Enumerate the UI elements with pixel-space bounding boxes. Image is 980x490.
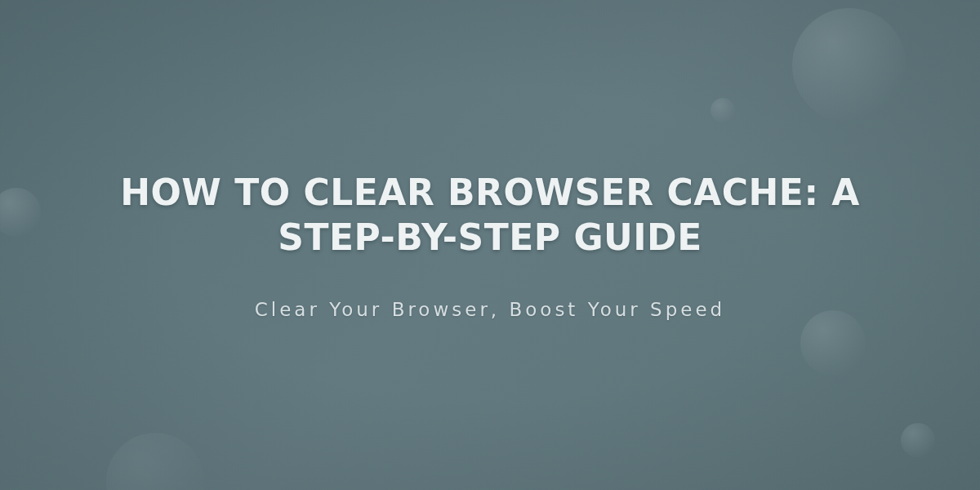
- decorative-bubble: [800, 310, 866, 376]
- page-subtitle: Clear Your Browser, Boost Your Speed: [255, 299, 725, 320]
- decorative-bubble: [901, 423, 935, 457]
- page-title: HOW TO CLEAR BROWSER CACHE: A STEP-BY-ST…: [98, 170, 882, 260]
- decorative-bubble: [792, 8, 906, 122]
- decorative-bubble: [106, 433, 204, 490]
- decorative-bubble: [0, 188, 41, 237]
- decorative-bubble: [710, 98, 735, 122]
